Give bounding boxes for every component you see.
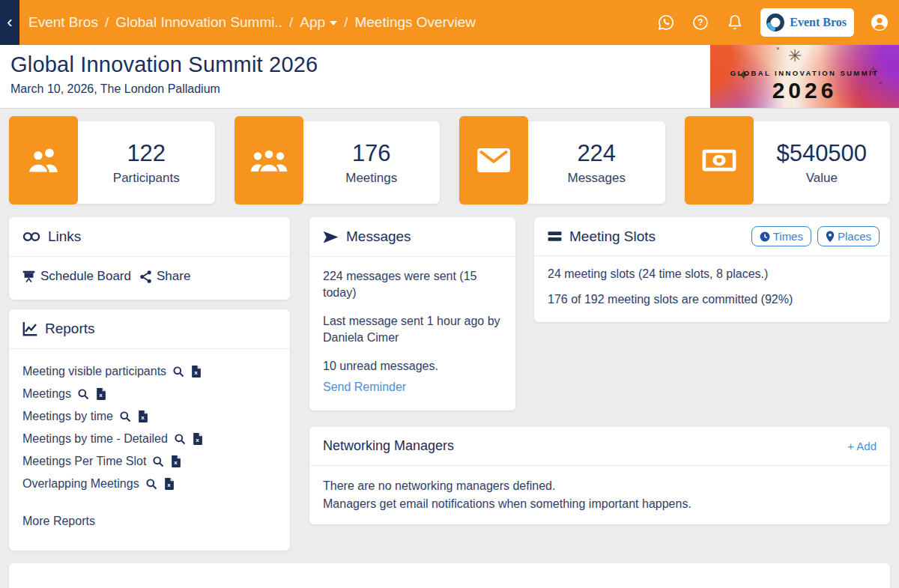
excel-export-icon[interactable]: x	[96, 388, 106, 400]
breadcrumb-page[interactable]: Meetings Overview	[354, 14, 476, 31]
excel-export-icon[interactable]: x	[193, 433, 202, 445]
cross-icon: ×	[776, 45, 780, 52]
help-icon[interactable]: ?	[691, 13, 709, 31]
chevron-left-icon: ‹	[7, 13, 12, 32]
svg-text:x: x	[141, 414, 145, 421]
stat-value: $540500	[776, 140, 867, 167]
svg-text:x: x	[175, 459, 178, 466]
chevron-down-icon	[330, 21, 337, 25]
meeting-slots-card-title: Meeting Slots	[569, 228, 656, 245]
add-manager-button[interactable]: + Add	[847, 440, 877, 452]
envelope-icon	[476, 147, 511, 174]
report-item[interactable]: Meetings by time - Detailed x	[22, 428, 276, 450]
search-icon[interactable]	[175, 434, 186, 445]
presentation-board-icon	[22, 270, 35, 283]
report-item[interactable]: Overlapping Meetings x	[22, 473, 276, 495]
stat-value: 224	[577, 140, 616, 167]
clock-icon	[760, 231, 770, 242]
excel-export-icon[interactable]: x	[164, 478, 174, 490]
stat-tile	[459, 116, 528, 204]
messages-card: Messages 224 messages were sent (15 toda…	[309, 217, 515, 410]
svg-text:x: x	[167, 482, 171, 488]
svg-text:x: x	[194, 369, 198, 376]
chart-icon	[22, 321, 37, 336]
navbar-actions: ? Event Bros	[657, 8, 899, 37]
next-section-card	[9, 563, 890, 588]
no-managers-text: There are no networking managers defined…	[323, 477, 877, 495]
participants-icon	[26, 145, 61, 175]
whatsapp-icon[interactable]	[657, 13, 675, 31]
search-icon[interactable]	[146, 479, 157, 490]
report-item[interactable]: Meetings by time x	[22, 405, 276, 428]
top-navbar: ‹ Event Bros / Global Innovation Summi..…	[0, 0, 899, 45]
links-card: Links Schedule Board	[9, 217, 290, 300]
send-reminder-link[interactable]: Send Reminder	[323, 381, 406, 393]
svg-text:?: ?	[698, 17, 703, 28]
networking-managers-card: Networking Managers + Add There are no n…	[309, 427, 890, 524]
share-icon	[140, 270, 151, 283]
group-icon	[250, 146, 288, 175]
managers-info-text: Managers get email notifications when so…	[323, 495, 877, 513]
svg-text:x: x	[196, 437, 199, 443]
map-pin-icon	[826, 231, 835, 243]
back-chevron-button[interactable]: ‹	[0, 0, 19, 45]
stat-card-value[interactable]: $540500 Value	[685, 121, 891, 204]
stat-label: Participants	[113, 171, 180, 186]
banner-year: 2026	[710, 78, 899, 103]
stat-value: 122	[127, 140, 166, 167]
slots-committed-text: 176 of 192 meeting slots are committed (…	[548, 293, 877, 306]
breadcrumb-event[interactable]: Global Innovation Summi..	[115, 14, 282, 31]
stat-label: Meetings	[345, 171, 397, 186]
stats-row: 122 Participants 176 Meetings	[0, 109, 899, 204]
search-icon[interactable]	[153, 456, 164, 467]
event-bros-logo-icon	[766, 13, 785, 32]
excel-export-icon[interactable]: x	[171, 455, 181, 467]
stat-card-meetings[interactable]: 176 Meetings	[234, 121, 441, 204]
more-reports-link[interactable]: More Reports	[22, 515, 276, 528]
page-header: Global Innovation Summit 2026 March 10, …	[0, 45, 899, 109]
excel-export-icon[interactable]: x	[138, 410, 148, 422]
schedule-board-link[interactable]: Schedule Board	[22, 269, 131, 284]
search-icon[interactable]	[120, 411, 131, 422]
banner-title: GLOBAL INNOVATION SUMMIT	[710, 69, 899, 77]
stat-tile	[9, 116, 78, 204]
search-icon[interactable]	[173, 366, 184, 378]
breadcrumb-separator: /	[344, 14, 348, 31]
breadcrumb: Event Bros / Global Innovation Summi.. /…	[28, 14, 476, 31]
stat-tile	[234, 116, 303, 204]
report-item[interactable]: Meetings x	[22, 383, 276, 405]
send-icon	[323, 231, 339, 243]
stat-tile	[685, 116, 754, 204]
breadcrumb-separator: /	[289, 14, 293, 31]
brand-logo[interactable]: Event Bros	[760, 8, 854, 37]
excel-export-icon[interactable]: x	[191, 366, 201, 378]
stat-card-messages[interactable]: 224 Messages	[459, 121, 665, 204]
slots-summary-text: 24 meeting slots (24 time slots, 8 place…	[548, 267, 877, 281]
starburst-icon: ✳	[788, 46, 802, 66]
report-item[interactable]: Meeting visible participants x	[22, 360, 276, 383]
link-icon	[22, 231, 40, 242]
money-icon	[702, 149, 736, 172]
last-message-text: Last message sent 1 hour ago by Daniela …	[323, 313, 502, 347]
links-card-title: Links	[48, 228, 81, 245]
breadcrumb-brand[interactable]: Event Bros	[28, 14, 98, 31]
account-icon[interactable]	[871, 13, 889, 31]
messages-card-title: Messages	[346, 228, 411, 245]
stat-label: Messages	[568, 171, 626, 186]
breadcrumb-app-dropdown[interactable]: App	[300, 14, 337, 31]
reports-card: Reports Meeting visible participants x M…	[9, 309, 290, 551]
networking-managers-title: Networking Managers	[323, 438, 454, 454]
unread-messages-text: 10 unread messages.	[323, 358, 502, 375]
share-link[interactable]: Share	[140, 269, 190, 284]
places-button[interactable]: Places	[817, 226, 880, 246]
reports-card-title: Reports	[45, 321, 95, 337]
stat-label: Value	[806, 171, 838, 186]
report-item[interactable]: Meetings Per Time Slot x	[22, 450, 276, 473]
times-button[interactable]: Times	[751, 226, 811, 246]
breadcrumb-separator: /	[105, 14, 109, 31]
stat-card-participants[interactable]: 122 Participants	[9, 121, 215, 204]
bell-icon[interactable]	[726, 13, 744, 31]
search-icon[interactable]	[78, 389, 89, 400]
brand-logo-text: Event Bros	[790, 16, 847, 29]
meeting-slots-card: Meeting Slots Times Pl	[534, 217, 890, 322]
